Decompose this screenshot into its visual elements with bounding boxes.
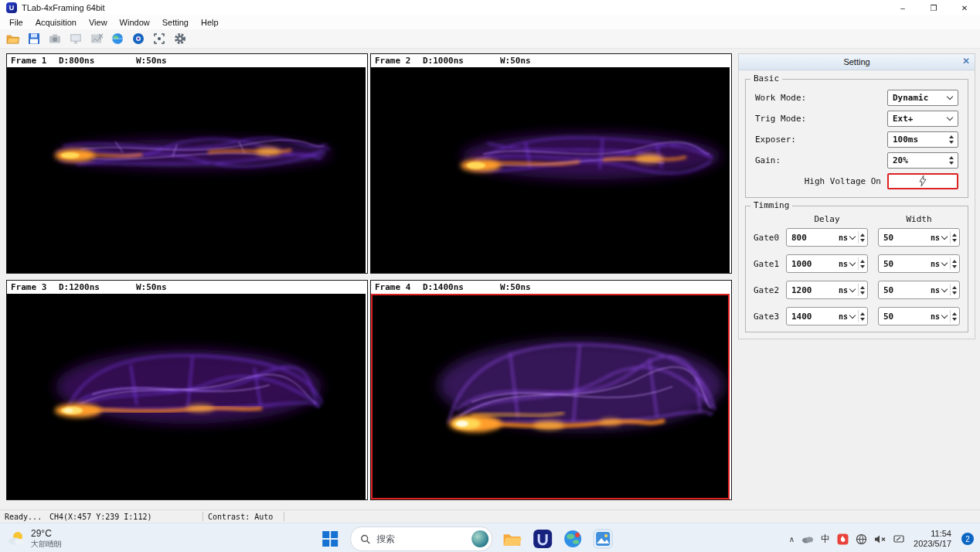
title-bar: U TLab-4xFraming 64bit – ❐ ✕ (0, 0, 980, 15)
setting-panel-header: Setting ✕ (739, 54, 975, 70)
taskbar-clock[interactable]: 11:54 2023/5/17 (914, 529, 951, 549)
chevron-down-icon (941, 286, 948, 292)
gate1-delay-value: 1000 (791, 259, 839, 269)
close-button[interactable]: ✕ (949, 0, 980, 15)
tray-chevron-up-icon[interactable]: ∧ (789, 535, 795, 543)
high-voltage-button[interactable] (887, 173, 958, 189)
chevron-down-icon (849, 260, 856, 266)
frame-2-header: Frame 2 D:1000ns W:50ns (371, 54, 731, 67)
gate2-delay-input[interactable]: 1200 ns (786, 281, 868, 299)
record-icon[interactable] (131, 32, 145, 46)
trig-mode-label: Trig Mode: (755, 114, 887, 124)
gate3-width-input[interactable]: 50 ns (878, 307, 960, 325)
frame-delay: D:1000ns (423, 56, 500, 66)
frame-width: W:50ns (136, 56, 167, 66)
chevron-down-icon (941, 233, 948, 240)
gate0-delay-input[interactable]: 800 ns (786, 228, 868, 247)
spinner-arrows-icon[interactable] (952, 312, 958, 321)
minimize-button[interactable]: – (887, 0, 918, 15)
frame-2-image[interactable] (371, 67, 730, 273)
work-mode-value: Dynamic (891, 93, 946, 103)
globe-icon[interactable] (111, 32, 124, 46)
frame-1-image[interactable] (7, 67, 366, 273)
taskbar-photos-app-icon[interactable] (593, 529, 613, 549)
weather-temp: 29°C (31, 529, 62, 540)
work-mode-row: Work Mode: Dynamic (755, 89, 958, 106)
tray-input-app-icon[interactable] (837, 533, 849, 545)
gate1-delay-input[interactable]: 1000 ns (786, 254, 868, 273)
status-ready: Ready... (0, 512, 45, 521)
taskbar-weather-widget[interactable]: 29°C 大部晴朗 (6, 526, 62, 552)
menu-acquisition[interactable]: Acquisition (29, 18, 83, 27)
clock-date: 2023/5/17 (914, 539, 951, 549)
unit-label: ns (839, 260, 848, 268)
chevron-down-icon (849, 286, 856, 292)
tray-network-icon[interactable] (856, 533, 867, 545)
menu-file[interactable]: File (3, 18, 29, 27)
settings-gear-icon[interactable] (173, 32, 187, 46)
frame-3-image[interactable] (7, 294, 366, 499)
menu-window[interactable]: Window (114, 18, 156, 27)
trig-mode-select[interactable]: Ext+ (887, 111, 958, 127)
spinner-arrows-icon[interactable] (952, 286, 958, 295)
taskbar-globe-app-icon[interactable] (563, 529, 583, 549)
start-button[interactable] (320, 529, 340, 549)
exposer-stepper[interactable]: 100ms (887, 131, 958, 148)
basic-group: Basic Work Mode: Dynamic Trig Mode: Ext+ (745, 79, 968, 198)
spinner-arrows-icon[interactable] (860, 312, 866, 321)
display-icon[interactable] (69, 32, 83, 46)
spinner-arrows-icon[interactable] (952, 260, 958, 268)
setting-close-icon[interactable]: ✕ (962, 56, 970, 66)
gate1-width-value: 50 (883, 259, 931, 269)
gate2-delay-value: 1200 (791, 285, 839, 295)
delay-column-header: Delay (786, 214, 868, 224)
tray-volume-muted-icon[interactable] (874, 534, 886, 544)
trig-mode-row: Trig Mode: Ext+ (755, 110, 958, 127)
divider (950, 231, 951, 244)
gate1-width-input[interactable]: 50 ns (878, 254, 960, 273)
maximize-button[interactable]: ❐ (918, 0, 949, 15)
notification-badge[interactable]: 2 (961, 533, 974, 545)
tray-cloud-icon[interactable] (801, 534, 814, 543)
gate3-delay-input[interactable]: 1400 ns (786, 307, 868, 325)
gate0-width-input[interactable]: 50 ns (878, 228, 960, 247)
camera-icon[interactable] (48, 32, 62, 46)
frame-4-image[interactable] (371, 294, 730, 499)
frame-1-header: Frame 1 D:800ns W:50ns (7, 54, 367, 67)
unit-label: ns (839, 233, 848, 242)
search-daily-image[interactable] (471, 530, 488, 547)
frame-3-panel: Frame 3 D:1200ns W:50ns (6, 280, 368, 500)
taskbar-tlab-app-icon[interactable] (533, 529, 553, 549)
spinner-arrows-icon[interactable] (952, 233, 958, 242)
taskbar-file-explorer-icon[interactable] (502, 529, 522, 549)
menu-view[interactable]: View (83, 18, 114, 27)
save-icon[interactable] (27, 32, 41, 46)
spinner-arrows-icon[interactable] (949, 156, 954, 165)
work-mode-label: Work Mode: (755, 93, 887, 103)
frame-title: Frame 1 (11, 56, 59, 66)
gate0-delay-value: 800 (791, 233, 839, 243)
gain-stepper[interactable]: 20% (887, 152, 958, 169)
capture-area-icon[interactable] (152, 32, 166, 46)
frame-title: Frame 4 (375, 282, 423, 292)
gate2-label: Gate2 (754, 285, 786, 295)
tray-ime-indicator[interactable]: 中 (821, 533, 830, 546)
menu-setting[interactable]: Setting (156, 18, 195, 27)
tray-pen-icon[interactable] (893, 533, 904, 544)
chevron-down-icon (849, 233, 856, 240)
chevron-down-icon (941, 260, 948, 266)
spinner-arrows-icon[interactable] (860, 286, 866, 295)
menu-help[interactable]: Help (195, 18, 225, 27)
spinner-arrows-icon[interactable] (860, 233, 866, 242)
image-discard-icon[interactable] (90, 32, 104, 46)
work-mode-select[interactable]: Dynamic (887, 90, 958, 106)
taskbar: 29°C 大部晴朗 搜索 (0, 523, 980, 552)
exposer-row: Exposer: 100ms (755, 131, 958, 148)
taskbar-search-input[interactable]: 搜索 (350, 526, 492, 551)
gate2-width-input[interactable]: 50 ns (878, 281, 960, 299)
spinner-arrows-icon[interactable] (949, 135, 954, 144)
status-contrast: Contrast: Auto (203, 512, 284, 521)
open-folder-icon[interactable] (6, 32, 20, 46)
divider (950, 257, 951, 270)
spinner-arrows-icon[interactable] (860, 260, 866, 268)
